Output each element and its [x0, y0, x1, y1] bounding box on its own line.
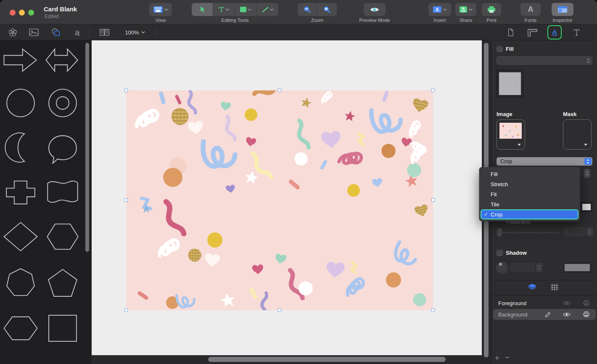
print-button[interactable]	[482, 3, 501, 16]
preview-mode-button[interactable]	[364, 3, 386, 16]
menu-item-stretch[interactable]: Stretch	[481, 179, 579, 189]
layers-tab[interactable]	[528, 283, 537, 293]
shape-pentagon[interactable]	[43, 266, 82, 299]
selection-handle-middle-right[interactable]	[431, 198, 435, 202]
shape-circle[interactable]	[1, 87, 40, 119]
view-options-bar: a 100%	[0, 24, 597, 40]
view-icon	[153, 6, 163, 13]
shape-diamond[interactable]	[1, 220, 40, 253]
menu-item-fit[interactable]: Fit	[481, 189, 579, 199]
zoom-level-control[interactable]: 100%	[120, 24, 150, 40]
text-inspector-tab[interactable]	[570, 24, 583, 40]
confetti-piece-circle	[386, 272, 401, 288]
remove-layer-button[interactable]: −	[505, 353, 510, 362]
shape-arrow-right[interactable]	[1, 44, 40, 76]
thickness-slider-handle[interactable]	[497, 228, 502, 237]
share-button[interactable]	[455, 3, 476, 16]
canvas-area[interactable]	[92, 40, 482, 355]
menu-item-label: Fill	[491, 171, 498, 177]
menu-item-label: Stretch	[491, 181, 508, 187]
add-layer-button[interactable]: +	[495, 354, 499, 363]
sidebar-scrollbar[interactable]	[85, 43, 89, 252]
images-tab[interactable]	[26, 24, 41, 40]
shape-arrow-left-right[interactable]	[43, 44, 82, 76]
shape-speech-bubble[interactable]	[43, 131, 82, 164]
layer-row-background[interactable]: Background	[493, 309, 596, 320]
shadow-offset-field[interactable]	[510, 263, 535, 272]
selection-handle-bottom-left[interactable]	[124, 309, 128, 312]
zoom-in-button[interactable]	[317, 3, 337, 16]
page-icon	[507, 29, 514, 36]
horizontal-scrollbar-thumb[interactable]	[208, 357, 446, 362]
layer-visibility-toggle[interactable]	[557, 301, 576, 306]
shape-square[interactable]	[43, 312, 82, 345]
layer-row-foreground[interactable]: Foreground	[493, 298, 596, 309]
inspector-button[interactable]	[552, 3, 573, 16]
mask-well[interactable]	[563, 119, 592, 150]
shadow-color-well[interactable]	[563, 262, 592, 273]
shape-heptagon[interactable]	[1, 266, 40, 299]
layer-visibility-toggle[interactable]	[557, 312, 576, 317]
chevron-down-icon	[443, 8, 447, 11]
text-tool-button[interactable]	[213, 3, 235, 16]
confetti-piece-circle	[245, 108, 257, 121]
layer-edit-button[interactable]	[538, 311, 557, 318]
shape-cross[interactable]	[1, 176, 40, 208]
shape-rounded-square[interactable]	[1, 357, 40, 364]
image-scaling-popup[interactable]: Crop	[497, 157, 592, 166]
zoom-out-button[interactable]	[298, 3, 317, 16]
selection-handle-bottom-right[interactable]	[431, 309, 435, 312]
layer-print-toggle[interactable]	[576, 300, 596, 306]
image-well[interactable]	[497, 119, 525, 150]
text-styles-tab[interactable]: a	[70, 24, 85, 40]
menu-item-tile[interactable]: Tile	[481, 199, 579, 209]
chevron-down-icon	[225, 8, 229, 11]
insert-button[interactable]	[428, 3, 451, 16]
fonts-button[interactable]: A	[520, 3, 541, 16]
shape-ring[interactable]	[43, 87, 82, 119]
shape-flag[interactable]	[43, 176, 82, 208]
clipart-tab[interactable]	[5, 24, 20, 40]
thickness-stepper[interactable]	[586, 227, 593, 236]
view-button[interactable]	[149, 3, 172, 16]
selection-handle-top-left[interactable]	[124, 89, 128, 92]
shadow-offset-stepper[interactable]	[536, 263, 542, 272]
appearance-inspector-tab[interactable]	[547, 25, 562, 40]
shadow-checkbox[interactable]	[497, 250, 503, 256]
opacity-stepper[interactable]	[584, 169, 590, 178]
thickness-slider[interactable]	[497, 232, 559, 233]
shadow-angle-knob[interactable]	[496, 262, 508, 274]
shape-crescent[interactable]	[1, 131, 40, 164]
selection-handle-bottom-center[interactable]	[278, 309, 281, 312]
menu-item-crop[interactable]: ✓Crop	[481, 209, 579, 219]
select-tool-button[interactable]	[192, 3, 213, 16]
fill-type-popup[interactable]	[497, 56, 592, 65]
shape-hexagon-rotated[interactable]	[1, 312, 40, 345]
line-tool-button[interactable]	[257, 3, 278, 16]
thickness-field[interactable]	[564, 227, 585, 236]
selection-handle-top-center[interactable]	[278, 89, 281, 92]
layer-print-toggle[interactable]	[576, 311, 596, 317]
confetti-image[interactable]	[126, 90, 433, 310]
grid-tab[interactable]	[550, 283, 559, 293]
geometry-inspector-tab[interactable]	[526, 24, 539, 40]
zoom-window-button[interactable]	[28, 10, 34, 16]
selection-handle-middle-left[interactable]	[124, 198, 128, 202]
horizontal-scrollbar[interactable]	[92, 355, 482, 364]
shape-tool-button[interactable]	[235, 3, 257, 16]
minimize-window-button[interactable]	[19, 10, 25, 16]
shape-hexagon[interactable]	[43, 220, 82, 253]
fill-checkbox[interactable]	[497, 46, 503, 52]
photo-icon	[29, 29, 39, 36]
facing-pages-button[interactable]	[96, 24, 113, 40]
divider	[156, 27, 157, 37]
document-inspector-tab[interactable]	[504, 24, 517, 40]
fill-color-well[interactable]	[497, 70, 523, 98]
close-window-button[interactable]	[10, 10, 16, 16]
confetti-piece-circle	[407, 163, 421, 177]
shapes-tab[interactable]	[48, 24, 63, 40]
menu-item-fill[interactable]: Fill	[481, 169, 579, 179]
frame-color-well[interactable]	[581, 202, 592, 212]
selection-handle-top-right[interactable]	[431, 89, 435, 92]
shape-ellipse[interactable]	[43, 357, 82, 364]
